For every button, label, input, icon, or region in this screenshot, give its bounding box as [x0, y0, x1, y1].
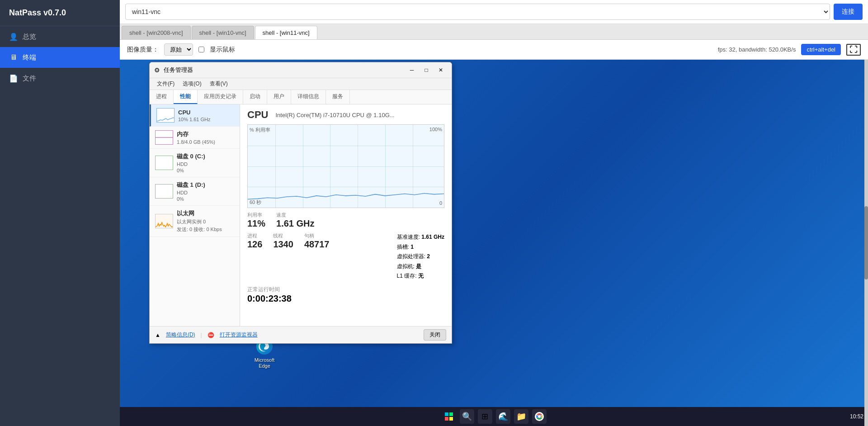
resource-item-ethernet[interactable]: 以太网 以太网实例 0 发送: 0 接收: 0 Kbps — [150, 206, 240, 237]
cpu-mini-graph — [156, 108, 175, 123]
window-close-button[interactable]: ✕ — [434, 65, 447, 75]
l1-cache-value: 无 — [418, 273, 424, 279]
vnc-area[interactable]: 🗑 回收站 GoogleCh — [120, 60, 868, 426]
resource-monitor-link[interactable]: 打开资源监视器 — [220, 331, 258, 339]
window-minimize-button[interactable]: ─ — [406, 65, 418, 75]
quality-label: 图像质量： — [127, 46, 159, 54]
cpu-header: CPU Intel(R) Core(TM) i7-10710U CPU @ 1.… — [247, 109, 444, 121]
fullscreen-icon: ⛶ — [849, 46, 858, 54]
svg-rect-9 — [449, 412, 453, 416]
disk1-mini-graph — [155, 184, 173, 199]
windows-taskbar: 🔍 ⊞ 🌊 📁 10:52 — [120, 407, 868, 426]
resource-icon: ⛔ — [208, 332, 214, 338]
eth-mini-graph — [155, 214, 173, 228]
resource-item-disk0[interactable]: 磁盘 0 (C:) HDD 0% — [150, 149, 240, 177]
handles-block: 句柄 48717 — [304, 232, 330, 281]
disk0-mini-graph — [155, 156, 173, 170]
taskbar-chrome[interactable] — [532, 409, 547, 424]
utilization-value: 11% — [247, 218, 265, 229]
connect-button[interactable]: 连接 — [834, 4, 863, 20]
tab-win11[interactable]: shell - [win11-vnc] — [255, 26, 317, 39]
vnc-scrollbar[interactable] — [864, 60, 868, 426]
sidebar-item-terminal[interactable]: 🖥 终端 — [0, 47, 120, 68]
tabs-bar: shell - [win2008-vnc] shell - [win10-vnc… — [120, 24, 868, 40]
resource-item-cpu[interactable]: CPU 10% 1.61 GHz — [150, 104, 240, 127]
threads-block: 线程 1340 — [273, 232, 293, 281]
svg-rect-8 — [445, 412, 448, 416]
main-area: win11-vnc 连接 shell - [win2008-vnc] shell… — [120, 0, 868, 426]
quality-select[interactable]: 原始 高 中 低 — [164, 43, 193, 56]
menu-options[interactable]: 选项(O) — [179, 79, 205, 89]
virtual-processors-value: 2 — [427, 253, 430, 260]
threads-value: 1340 — [273, 239, 293, 250]
disk0-item-sub2: 0% — [177, 168, 205, 173]
ctrl-alt-del-button[interactable]: ctrl+alt+del — [801, 44, 841, 55]
show-cursor-checkbox[interactable] — [198, 47, 204, 52]
window-maximize-button[interactable]: □ — [420, 65, 433, 75]
svg-rect-10 — [445, 417, 448, 421]
cpu-graph-y2-label: 100% — [429, 127, 442, 132]
uptime-value: 0:00:23:38 — [247, 293, 444, 304]
taskmgr-tab-apphistory[interactable]: 应用历史记录 — [198, 90, 243, 104]
sidebar-item-terminal-label: 终端 — [23, 53, 36, 62]
resource-item-memory[interactable]: 内存 1.8/4.0 GB (45%) — [150, 127, 240, 149]
disk0-item-name: 磁盘 0 (C:) — [177, 152, 205, 161]
vnc-scrollbar-thumb[interactable] — [864, 206, 868, 279]
disk1-item-sub2: 0% — [177, 196, 205, 202]
taskbar-search[interactable]: 🔍 — [460, 409, 474, 424]
menu-file[interactable]: 文件(F) — [153, 79, 178, 89]
mem-mini-graph — [155, 130, 173, 145]
taskmgr-tab-services[interactable]: 服务 — [326, 90, 350, 104]
resource-list: CPU 10% 1.61 GHz — [150, 104, 240, 326]
handles-label: 句柄 — [304, 232, 330, 239]
app-title: NatPass v0.7.0 — [0, 0, 120, 26]
cpu-graph-svg — [248, 133, 444, 202]
sidebar: NatPass v0.7.0 👤 总览 🖥 终端 📄 文件 — [0, 0, 120, 426]
base-speed-value: 1.61 GHz — [421, 234, 444, 240]
mem-item-name: 内存 — [177, 130, 215, 138]
connection-select[interactable]: win11-vnc — [125, 4, 830, 20]
cpu-title: CPU — [247, 109, 268, 121]
taskmgr-tab-performance[interactable]: 性能 — [174, 90, 198, 104]
sidebar-item-files[interactable]: 📄 文件 — [0, 68, 120, 89]
taskmgr-tab-startup[interactable]: 启动 — [243, 90, 267, 104]
speed-value: 1.61 GHz — [276, 218, 314, 229]
cpu-detail-panel: CPU Intel(R) Core(TM) i7-10710U CPU @ 1.… — [240, 104, 452, 326]
disk1-item-name: 磁盘 1 (D:) — [177, 181, 205, 189]
window-menubar: 文件(F) 选项(O) 查看(V) — [150, 78, 452, 90]
files-icon: 📄 — [9, 74, 18, 83]
taskbar-edge[interactable]: 🌊 — [496, 409, 510, 424]
sidebar-item-files-label: 文件 — [23, 74, 36, 83]
taskbar-start[interactable] — [442, 409, 456, 424]
cpu-right-stats: 基准速度: 1.61 GHz 插槽: 1 虚拟处理器: 2 虚拟机: 是 L1 … — [397, 232, 444, 281]
menu-view[interactable]: 查看(V) — [206, 79, 231, 89]
summary-info-link[interactable]: 简略信息(D) — [166, 331, 195, 339]
taskmgr-bottom-bar: ▲ 简略信息(D) | ⛔ 打开资源监视器 关闭 — [150, 326, 452, 343]
taskmgr-tab-details[interactable]: 详细信息 — [291, 90, 326, 104]
uptime-block: 正常运行时间 0:00:23:38 — [247, 286, 444, 304]
processes-label: 进程 — [247, 232, 262, 239]
cpu-model: Intel(R) Core(TM) i7-10710U CPU @ 1.10G.… — [275, 112, 394, 118]
eth-item-name: 以太网 — [177, 209, 222, 218]
sockets-label: 插槽: — [397, 244, 409, 250]
l1-cache-label: L1 缓存: — [397, 273, 417, 279]
cpu-utilization-block: 利用率 11% — [247, 212, 265, 229]
disk0-item-sub1: HDD — [177, 161, 205, 167]
tab-win10[interactable]: shell - [win10-vnc] — [192, 26, 254, 39]
taskmgr-tab-processes[interactable]: 进程 — [150, 90, 174, 104]
tab-win2008[interactable]: shell - [win2008-vnc] — [122, 26, 191, 39]
taskmgr-tab-users[interactable]: 用户 — [267, 90, 291, 104]
fullscreen-button[interactable]: ⛶ — [846, 44, 861, 56]
taskbar-explorer[interactable]: 📁 — [514, 409, 528, 424]
show-cursor-label[interactable]: 显示鼠标 — [210, 46, 235, 54]
sidebar-item-overview[interactable]: 👤 总览 — [0, 26, 120, 47]
windows-desktop: 🗑 回收站 GoogleCh — [120, 60, 868, 426]
window-controls: ─ □ ✕ — [406, 65, 447, 75]
cpu-graph: % 利用率 100% 60 秒 0 — [247, 124, 444, 208]
taskmgr-close-button[interactable]: 关闭 — [424, 329, 446, 341]
svg-rect-11 — [449, 417, 453, 421]
top-bar: win11-vnc 连接 — [120, 0, 868, 24]
mem-item-sub: 1.8/4.0 GB (45%) — [177, 139, 215, 145]
taskbar-taskview[interactable]: ⊞ — [478, 409, 492, 424]
resource-item-disk1[interactable]: 磁盘 1 (D:) HDD 0% — [150, 177, 240, 206]
